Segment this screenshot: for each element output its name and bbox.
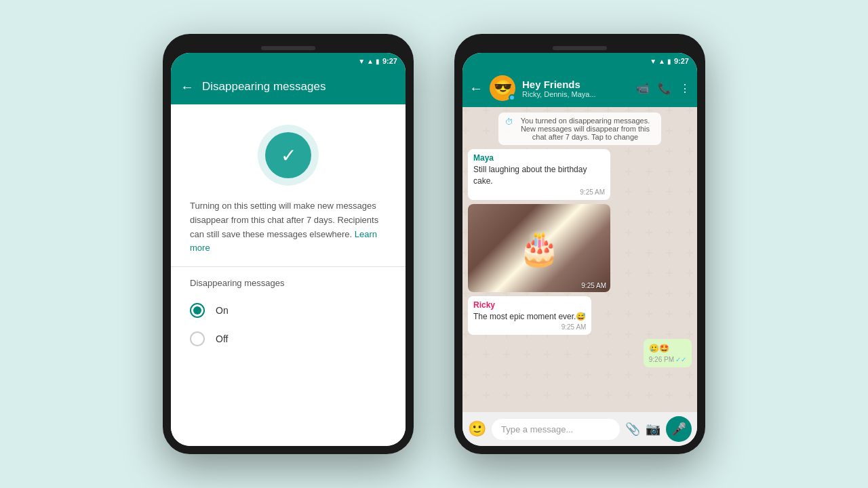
header-title-1: Disappearing messages [202, 80, 396, 94]
section-label: Disappearing messages [171, 278, 406, 296]
phone-speaker-2 [553, 46, 607, 50]
bubble-time-sent: 9:26 PM ✓✓ [649, 356, 686, 363]
bubble-text-ricky: The most epic moment ever.😅 [473, 311, 586, 323]
avatar-status-dot [509, 94, 515, 101]
radio-on[interactable]: On [171, 296, 406, 325]
system-msg-icon: ⏱ [505, 117, 513, 127]
status-icons-1: ▼ ▲ ▮ [358, 58, 380, 65]
video-call-icon[interactable]: 📹 [636, 82, 650, 95]
wifi-icon-1: ▼ [358, 58, 365, 65]
avatar-emoji: 😎 [494, 79, 512, 97]
phone-top-2 [462, 42, 697, 53]
radio-outer-off[interactable] [190, 331, 205, 346]
cake-image-inner: 🎂 [468, 204, 610, 292]
checkmark-icon: ✓ [281, 144, 296, 167]
settings-content: ✓ Turning on this setting will make new … [171, 104, 406, 446]
radio-outer-on[interactable] [190, 303, 205, 318]
chat-body: ⏱ You turned on disappearing messages. N… [462, 107, 697, 412]
message-maya-text: Maya Still laughing about the birthday c… [468, 149, 610, 200]
divider-1 [171, 266, 406, 267]
chat-info[interactable]: Hey Friends Ricky, Dennis, Maya... [522, 79, 629, 98]
phone-1: ▼ ▲ ▮ 9:27 ← Disappearing messages ✓ [163, 34, 414, 454]
image-time: 9:25 AM [581, 282, 606, 289]
radio-inner-on [193, 306, 201, 314]
phones-container: ▼ ▲ ▮ 9:27 ← Disappearing messages ✓ [163, 34, 705, 454]
bubble-text-maya: Still laughing about the birthday cake. [473, 164, 605, 187]
cake-image: 🎂 9:25 AM [468, 204, 610, 292]
camera-icon[interactable]: 📷 [646, 422, 660, 436]
system-message[interactable]: ⏱ You turned on disappearing messages. N… [498, 113, 661, 145]
attach-icon[interactable]: 📎 [625, 422, 640, 436]
bubble-time-ricky: 9:25 AM [473, 323, 586, 331]
bubble-sender-maya: Maya [473, 153, 605, 163]
signal-icon-1: ▲ [367, 58, 374, 65]
radio-off[interactable]: Off [171, 325, 406, 353]
battery-icon-1: ▮ [376, 58, 380, 65]
phone-2: ▼ ▲ ▮ 9:27 ← 😎 Hey Friends Ricky, Dennis… [454, 34, 705, 454]
timer-inner: ✓ [265, 132, 311, 178]
avatar: 😎 [490, 75, 515, 101]
check-marks-icon: ✓✓ [675, 356, 686, 363]
message-ricky-text: Ricky The most epic moment ever.😅 9:25 A… [468, 296, 591, 336]
emoji-button[interactable]: 🙂 [468, 420, 486, 438]
radio-label-on: On [216, 305, 229, 316]
status-bar-2: ▼ ▲ ▮ 9:27 [462, 53, 697, 69]
message-input[interactable]: Type a message... [492, 419, 620, 440]
wifi-icon-2: ▼ [650, 58, 656, 65]
phone-inner-1: ▼ ▲ ▮ 9:27 ← Disappearing messages ✓ [171, 53, 406, 446]
cake-image-bubble: 🎂 9:25 AM [468, 204, 610, 292]
chat-input-bar: 🙂 Type a message... 📎 📷 🎤 [462, 412, 697, 446]
bubble-time-maya: 9:25 AM [473, 188, 605, 196]
phone-top-1 [171, 42, 406, 53]
description-text: Turning on this setting will make new me… [171, 199, 406, 266]
bubble-text-sent: 🥲🤩 [649, 343, 686, 354]
signal-icon-2: ▲ [658, 58, 665, 65]
status-time-2: 9:27 [674, 57, 689, 65]
status-time-1: 9:27 [382, 57, 397, 65]
battery-icon-2: ▮ [667, 58, 671, 65]
chat-header: ← 😎 Hey Friends Ricky, Dennis, Maya... 📹… [462, 69, 697, 107]
status-icons-2: ▼ ▲ ▮ [650, 58, 671, 65]
back-button-1[interactable]: ← [180, 79, 194, 95]
app-header-1: ← Disappearing messages [171, 69, 406, 104]
status-bar-1: ▼ ▲ ▮ 9:27 [171, 53, 406, 69]
mic-icon: 🎤 [671, 422, 686, 436]
radio-label-off: Off [216, 333, 228, 344]
mic-button[interactable]: 🎤 [666, 416, 692, 442]
message-sent: 🥲🤩 9:26 PM ✓✓ [644, 339, 692, 367]
icon-area: ✓ [171, 104, 406, 199]
voice-call-icon[interactable]: 📞 [658, 82, 671, 95]
chat-members: Ricky, Dennis, Maya... [522, 90, 629, 98]
back-button-2[interactable]: ← [469, 81, 483, 96]
more-options-icon[interactable]: ⋮ [679, 82, 690, 95]
timer-circle: ✓ [258, 125, 319, 186]
phone-inner-2: ▼ ▲ ▮ 9:27 ← 😎 Hey Friends Ricky, Dennis… [462, 53, 697, 446]
chat-actions: 📹 📞 ⋮ [636, 82, 690, 95]
bubble-sender-ricky: Ricky [473, 300, 586, 310]
phone-speaker-1 [261, 46, 315, 50]
chat-name: Hey Friends [522, 79, 629, 90]
